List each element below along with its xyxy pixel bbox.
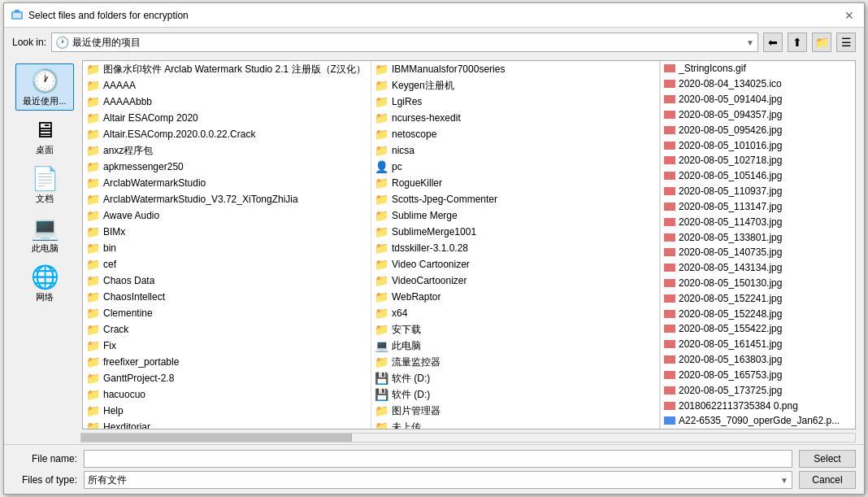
left-file-item[interactable]: 📁AAAAA bbox=[83, 77, 371, 94]
sidebar-item-network[interactable]: 🌐 网络 bbox=[15, 259, 74, 307]
mid-file-item[interactable]: 📁流量监控器 bbox=[371, 354, 659, 370]
right-file-item[interactable]: 2020-08-05_173725.jpg bbox=[661, 382, 855, 398]
filetype-combo[interactable]: 所有文件 ▼ bbox=[84, 471, 792, 489]
right-file-item[interactable]: 2020-08-05_140735.jpg bbox=[661, 245, 855, 260]
mid-file-item[interactable]: 📁SublimeMerge1001 bbox=[371, 224, 659, 240]
left-file-item[interactable]: 📁图像水印软件 Arclab Watermark Studio 2.1 注册版（… bbox=[83, 61, 371, 77]
sidebar-item-label-documents: 文档 bbox=[36, 194, 54, 204]
right-file-name: 2020-08-05_155422.jpg bbox=[679, 323, 782, 334]
mid-file-item[interactable]: 💾软件 (D:) bbox=[371, 370, 659, 386]
lookin-combo[interactable]: 🕐 最近使用的项目 ▼ bbox=[51, 33, 758, 52]
left-file-item[interactable]: 📁Chaos Data bbox=[83, 272, 371, 289]
right-file-item[interactable]: 2020-08-05_105146.jpg bbox=[661, 168, 855, 184]
left-file-item[interactable]: 📁AAAAAbbb bbox=[83, 94, 371, 110]
mid-file-item[interactable]: 👤pc bbox=[371, 159, 659, 175]
sidebar-item-recent[interactable]: 🕐 最近使用... bbox=[15, 63, 74, 111]
right-file-item[interactable]: 2020-08-05_152241.jpg bbox=[661, 290, 855, 306]
left-file-item[interactable]: 📁Hexditorjar bbox=[83, 419, 371, 429]
mid-file-item[interactable]: 📁未上传 bbox=[371, 419, 659, 429]
mid-file-item[interactable]: 📁tdsskiller-3.1.0.28 bbox=[371, 240, 659, 256]
right-file-item[interactable]: 2020-08-05_110937.jpg bbox=[661, 184, 855, 199]
up-button[interactable]: ⬆ bbox=[788, 33, 807, 52]
left-file-item[interactable]: 📁Crack bbox=[83, 321, 371, 338]
right-file-item[interactable]: 2020-08-05_161451.jpg bbox=[661, 337, 855, 352]
hscroll-thumb[interactable] bbox=[81, 434, 352, 442]
mid-file-item[interactable]: 📁Keygen注册机 bbox=[371, 77, 659, 94]
view-button[interactable]: ☰ bbox=[836, 33, 856, 52]
right-file-item[interactable]: 2020-08-05_165753.jpg bbox=[661, 368, 855, 383]
cancel-button[interactable]: Cancel bbox=[799, 471, 856, 489]
right-file-item[interactable]: 2020-08-05_095426.jpg bbox=[661, 122, 855, 137]
left-file-item[interactable]: 📁Altair.ESAComp.2020.0.0.22.Crack bbox=[83, 126, 371, 142]
left-file-item[interactable]: 📁apkmessenger250 bbox=[83, 159, 371, 175]
mid-file-item[interactable]: 📁WebRaptor bbox=[371, 289, 659, 305]
filetype-label: Files of type: bbox=[12, 474, 77, 486]
sidebar-item-computer[interactable]: 💻 此电脑 bbox=[15, 211, 74, 258]
right-file-name: 2020-08-05_152241.jpg bbox=[679, 293, 782, 304]
right-file-item[interactable]: 2020-08-05_150130.jpg bbox=[661, 276, 855, 291]
sidebar: 🕐 最近使用... 🖥 桌面 📄 文档 💻 此电脑 🌐 网络 bbox=[12, 60, 77, 429]
left-file-item[interactable]: 📁hacuocuo bbox=[83, 386, 371, 403]
mid-file-item[interactable]: 📁Video Cartoonizer bbox=[371, 256, 659, 272]
left-file-item[interactable]: 📁BIMx bbox=[83, 224, 371, 240]
right-file-item[interactable]: 2020-08-05_143134.jpg bbox=[661, 260, 855, 276]
right-file-icon bbox=[664, 142, 675, 150]
mid-file-item[interactable]: 📁nicsa bbox=[371, 142, 659, 159]
mid-file-item[interactable]: 💾软件 (D:) bbox=[371, 386, 659, 403]
left-file-item[interactable]: 📁GanttProject-2.8 bbox=[83, 370, 371, 386]
right-file-item[interactable]: 2020-08-05_114703.jpg bbox=[661, 214, 855, 229]
mid-file-item[interactable]: 📁安下载 bbox=[371, 321, 659, 338]
middle-file-pane[interactable]: 📁IBMManualsfor7000series📁Keygen注册机📁LgiRe… bbox=[371, 61, 660, 429]
mid-file-item[interactable]: 📁Sublime Merge bbox=[371, 207, 659, 224]
mid-file-item[interactable]: 💻此电脑 bbox=[371, 338, 659, 354]
right-file-item[interactable]: 2020-08-05_094357.jpg bbox=[661, 107, 855, 122]
left-file-item[interactable]: 📁anxz程序包 bbox=[83, 142, 371, 159]
folder-icon: 📁 bbox=[86, 355, 100, 368]
right-file-item[interactable]: 2020-08-05_101016.jpg bbox=[661, 137, 855, 153]
close-button[interactable]: ✕ bbox=[841, 7, 857, 24]
left-file-item[interactable]: 📁ArclabWatermarkStudio bbox=[83, 175, 371, 191]
right-file-item[interactable]: 2020-08-05_133801.jpg bbox=[661, 229, 855, 245]
mid-file-item[interactable]: 📁x64 bbox=[371, 305, 659, 321]
left-file-item[interactable]: 📁ArclabWatermarkStudio_V3.72_XiTongZhiJi… bbox=[83, 191, 371, 207]
mid-file-item[interactable]: 📁图片管理器 bbox=[371, 403, 659, 419]
mid-file-item[interactable]: 📁LgiRes bbox=[371, 94, 659, 110]
right-file-item[interactable]: 2020-08-05_113147.jpg bbox=[661, 198, 855, 214]
mid-file-item[interactable]: 📁Scotts-Jpeg-Commenter bbox=[371, 191, 659, 207]
left-file-item[interactable]: 📁bin bbox=[83, 240, 371, 256]
left-file-item[interactable]: 📁Altair ESAComp 2020 bbox=[83, 110, 371, 126]
right-file-item[interactable]: 2020-08-05_155422.jpg bbox=[661, 321, 855, 337]
right-file-item[interactable]: _StringIcons.gif bbox=[661, 61, 855, 76]
file-name: Awave Audio bbox=[103, 210, 159, 221]
left-file-item[interactable]: 📁Help bbox=[83, 403, 371, 419]
mid-file-item[interactable]: 📁netoscope bbox=[371, 126, 659, 142]
sidebar-item-documents[interactable]: 📄 文档 bbox=[15, 161, 74, 208]
right-file-item[interactable]: 2020-08-05_152248.jpg bbox=[661, 306, 855, 321]
right-file-item[interactable]: 20180622113735384 0.png bbox=[661, 398, 855, 413]
left-file-item[interactable]: 📁Clementine bbox=[83, 305, 371, 321]
left-file-pane[interactable]: 📁图像水印软件 Arclab Watermark Studio 2.1 注册版（… bbox=[83, 61, 371, 429]
left-file-item[interactable]: 📁Fix bbox=[83, 338, 371, 354]
mid-file-item[interactable]: 📁RogueKiller bbox=[371, 175, 659, 191]
folder-icon: 📁 bbox=[86, 290, 100, 303]
left-file-item[interactable]: 📁ChaosIntellect bbox=[83, 289, 371, 305]
filename-input[interactable] bbox=[84, 450, 792, 468]
mid-file-item[interactable]: 📁ncurses-hexedit bbox=[371, 110, 659, 126]
left-file-item[interactable]: 📁freefixer_portable bbox=[83, 354, 371, 370]
new-folder-button[interactable]: 📁 bbox=[812, 33, 831, 52]
right-file-pane[interactable]: _StringIcons.gif2020-08-04_134025.ico202… bbox=[660, 61, 855, 429]
right-file-item[interactable]: A22-6535_7090_operGde_Jan62.p... bbox=[661, 413, 855, 429]
right-file-item[interactable]: 2020-08-05_091404.jpg bbox=[661, 92, 855, 107]
right-file-item[interactable]: 2020-08-04_134025.ico bbox=[661, 76, 855, 92]
hscroll-track[interactable] bbox=[80, 433, 856, 443]
back-button[interactable]: ⬅ bbox=[763, 33, 783, 52]
sidebar-item-desktop[interactable]: 🖥 桌面 bbox=[15, 112, 74, 159]
right-file-name: 2020-08-05_150130.jpg bbox=[679, 277, 782, 289]
left-file-item[interactable]: 📁Awave Audio bbox=[83, 207, 371, 224]
mid-file-item[interactable]: 📁VideoCartoonizer bbox=[371, 272, 659, 289]
right-file-item[interactable]: 2020-08-05_163803.jpg bbox=[661, 352, 855, 368]
left-file-item[interactable]: 📁cef bbox=[83, 256, 371, 272]
select-button[interactable]: Select bbox=[799, 450, 856, 468]
mid-file-item[interactable]: 📁IBMManualsfor7000series bbox=[371, 61, 659, 77]
right-file-item[interactable]: 2020-08-05_102718.jpg bbox=[661, 153, 855, 168]
